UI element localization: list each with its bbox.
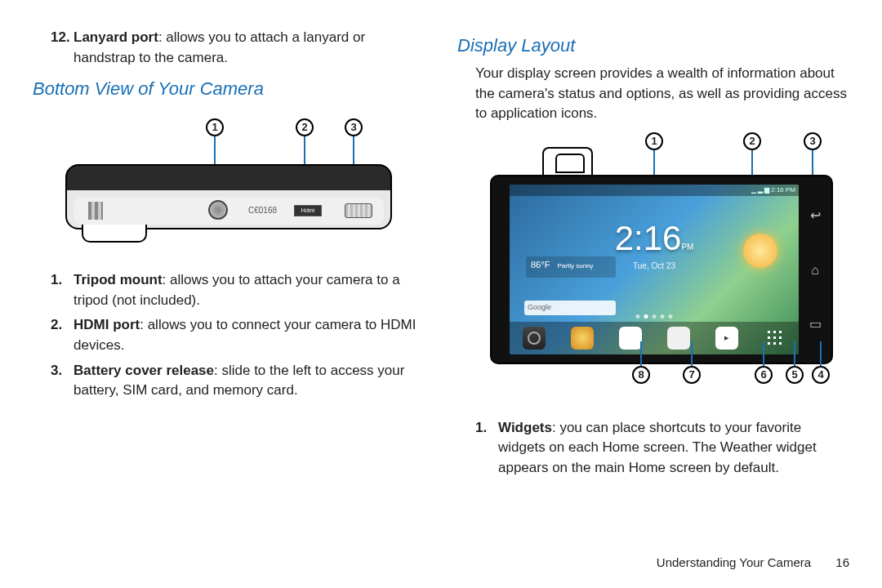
hdmi-port-icon: Hdmi: [294, 205, 322, 216]
left-column: 12. Lanyard port: allows you to attach a…: [33, 24, 425, 483]
search-widget: Google: [524, 301, 616, 315]
footer-page-number: 16: [835, 555, 849, 569]
status-bar: ▁ ▂ ▆ 2:16 PM: [510, 185, 799, 196]
list-item: 3. Battery cover release: slide to the l…: [51, 361, 425, 401]
sun-icon: [743, 234, 777, 268]
callout-marker: 7: [683, 366, 701, 384]
home-icon: ⌂: [806, 261, 824, 278]
back-icon: ↩: [806, 206, 824, 224]
right-column: Display Layout Your display screen provi…: [457, 24, 849, 483]
list-item: 2. HDMI port: allows you to connect your…: [51, 315, 425, 355]
page-indicator: [636, 314, 673, 318]
ce-label: C€0168: [248, 205, 277, 217]
section-heading-display-layout: Display Layout: [457, 33, 849, 59]
tripod-mount-icon: [208, 200, 228, 220]
list-item: 1. Tripod mount: allows you to attach yo…: [51, 270, 425, 310]
page-footer: Understanding Your Camera 16: [657, 554, 849, 572]
callout-marker: 2: [743, 132, 761, 150]
figure-display-layout: 1 2 3 ▁ ▂ ▆ 2:16 PM 2:16PM Tue, Oct 23 8…: [490, 132, 841, 410]
item-term: Lanyard port: [74, 29, 158, 45]
callout-marker: 6: [755, 366, 773, 384]
recent-icon: ▭: [806, 314, 824, 332]
app-samsung-icon: [619, 327, 642, 350]
camera-body-illustration: C€0168 Hdmi: [65, 164, 392, 229]
battery-cover-icon: [345, 203, 372, 218]
callout-marker: 8: [632, 366, 650, 384]
callout-marker: 1: [645, 132, 663, 150]
callout-marker: 4: [812, 366, 830, 384]
callout-marker: 1: [206, 118, 224, 136]
app-gallery-icon: [571, 327, 594, 350]
callout-marker: 3: [345, 118, 363, 136]
callout-marker: 3: [804, 132, 822, 150]
section-heading-bottom-view: Bottom View of Your Camera: [33, 76, 425, 102]
footer-section: Understanding Your Camera: [657, 555, 811, 569]
device-screen: ▁ ▂ ▆ 2:16 PM 2:16PM Tue, Oct 23 86°F Pa…: [490, 175, 833, 364]
app-camera-icon: [523, 327, 546, 350]
app-apps-icon: [764, 327, 786, 350]
app-att-locker-icon: [667, 327, 690, 350]
callout-marker: 5: [786, 366, 804, 384]
list-item: 1. Widgets: you can place shortcuts to y…: [475, 418, 849, 479]
figure-camera-bottom: 1 2 3 C€0168 Hdmi: [65, 118, 392, 257]
side-nav-buttons: ↩ ⌂ ▭: [804, 188, 826, 351]
intro-paragraph: Your display screen provides a wealth of…: [475, 64, 849, 124]
weather-widget: 86°F Partly sunny: [526, 256, 616, 278]
app-dock: ▶: [510, 322, 799, 354]
callout-marker: 2: [296, 118, 314, 136]
app-play-store-icon: ▶: [715, 327, 738, 350]
item-number: 12.: [51, 28, 74, 68]
list-item: 12. Lanyard port: allows you to attach a…: [51, 28, 425, 68]
